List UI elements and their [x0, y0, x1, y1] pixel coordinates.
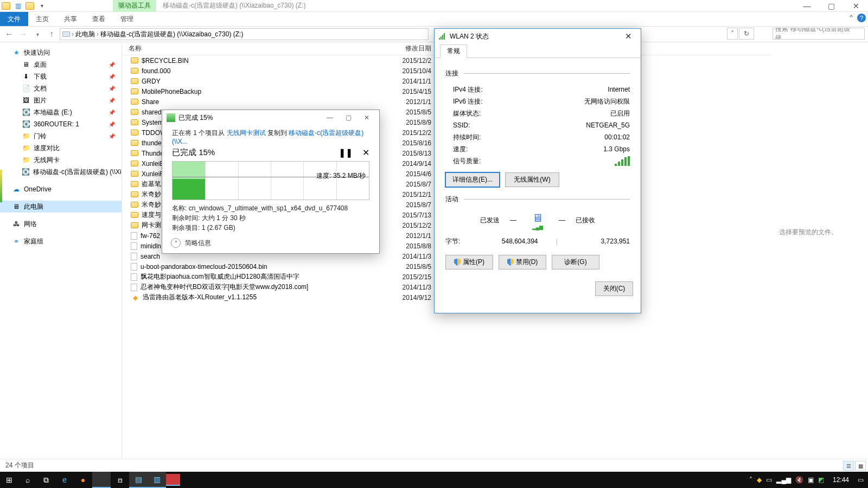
tray-chevron-icon[interactable]: ˄: [749, 476, 752, 484]
contextual-tab-drive-tools[interactable]: 驱动器工具: [113, 0, 156, 12]
tray-app-icon[interactable]: ◆: [757, 476, 762, 484]
copy-from-link[interactable]: 无线网卡测试: [227, 129, 266, 137]
sidebar-item[interactable]: 💽本地磁盘 (E:)📌: [0, 106, 122, 118]
addr-history-dropdown[interactable]: ˅: [727, 28, 738, 40]
file-row[interactable]: 飘花电影piaohua.com智取威虎山HD1280高清国语中字2015/2/1…: [122, 272, 437, 282]
crumb-drive[interactable]: 移动磁盘-c(迅雷超级硬盘) (\\Xiazaibao_c730) (Z:): [100, 30, 243, 39]
diagnose-button[interactable]: 诊断(G): [552, 255, 599, 269]
view-icons-button[interactable]: ▦: [855, 461, 866, 471]
forward-button[interactable]: →: [17, 28, 29, 40]
sidebar-quick-access[interactable]: ★快速访问: [0, 47, 122, 59]
file-row[interactable]: $RECYCLE.BIN2015/12/2: [122, 55, 437, 66]
sidebar-item-label: 360ROUTER: 1: [34, 120, 79, 128]
firefox-icon[interactable]: ●: [74, 472, 92, 488]
wifi-icon[interactable]: ▂▄▆: [776, 476, 791, 484]
app-icon-1[interactable]: ▤: [129, 472, 148, 488]
start-button[interactable]: ⊞: [0, 472, 18, 488]
back-button[interactable]: ←: [3, 28, 15, 40]
crumb-thispc[interactable]: 此电脑: [75, 30, 95, 39]
file-name: 迅雷路由器老版本-XLRouter_v1.1.1255: [143, 293, 257, 302]
refresh-button[interactable]: ↻: [739, 28, 754, 40]
sidebar-homegroup[interactable]: ⚭家庭组: [0, 235, 122, 247]
folder-icon: [131, 109, 138, 115]
search-input[interactable]: 搜索"移动磁盘-c(迅雷超级硬...: [773, 28, 865, 40]
sidebar-item[interactable]: ⬇下载📌: [0, 70, 122, 82]
copy-close-button[interactable]: ✕: [359, 112, 375, 124]
folder-icon: [131, 78, 138, 84]
signal-bars-icon: [615, 156, 630, 166]
folder-icon: [131, 68, 138, 74]
file-date: 2014/11/1: [403, 78, 431, 85]
wireless-properties-button[interactable]: 无线属性(W): [505, 172, 559, 187]
tab-home[interactable]: 主页: [28, 12, 56, 26]
action-center-icon[interactable]: ▭: [858, 476, 864, 484]
close-dialog-button[interactable]: 关闭(C): [595, 281, 633, 296]
recv-label: 已接收: [576, 216, 630, 225]
tab-file[interactable]: 文件: [0, 12, 28, 26]
properties-button[interactable]: 属性(P): [445, 255, 493, 269]
breadcrumb[interactable]: › 此电脑 › 移动磁盘-c(迅雷超级硬盘) (\\Xiazaibao_c730…: [60, 28, 429, 40]
tab-view[interactable]: 查看: [85, 12, 113, 26]
qat-dropdown-icon[interactable]: ▾: [36, 0, 48, 12]
ribbon-tabs: 文件 主页 共享 查看 管理: [0, 12, 868, 26]
file-icon: [131, 284, 137, 291]
sidebar-onedrive[interactable]: ☁OneDrive: [0, 183, 122, 195]
file-row[interactable]: MobilePhoneBackup2015/4/15: [122, 86, 437, 97]
details-button[interactable]: 详细信息(E)...: [445, 172, 500, 187]
edge-icon[interactable]: e: [55, 472, 74, 488]
clock[interactable]: 12:44: [828, 476, 853, 484]
file-row[interactable]: ◆迅雷路由器老版本-XLRouter_v1.1.12552014/9/12: [122, 292, 437, 303]
task-view-icon[interactable]: ⧉: [37, 472, 55, 488]
fewer-details-button[interactable]: ˄ 简略信息: [171, 238, 211, 248]
sidebar-item[interactable]: 💽移动磁盘-c(迅雷超级硬盘) (\\Xiaza: [0, 166, 122, 178]
view-details-button[interactable]: ☰: [843, 461, 854, 471]
volume-icon[interactable]: 🔇: [795, 476, 803, 484]
tab-manage[interactable]: 管理: [113, 12, 141, 26]
app-icon-3[interactable]: [166, 474, 180, 486]
app-icon-2[interactable]: ▥: [148, 472, 166, 488]
copy-minimize-button[interactable]: —: [322, 112, 338, 124]
column-name[interactable]: 名称: [122, 44, 399, 53]
qat-props-icon[interactable]: ▥: [12, 0, 24, 12]
file-row[interactable]: found.0002015/10/4: [122, 66, 437, 76]
file-row[interactable]: 忍者神龟变种时代BD双语双字[电影天堂www.dy2018.com]2014/1…: [122, 282, 437, 292]
tab-share[interactable]: 共享: [56, 12, 85, 26]
cancel-copy-button[interactable]: ✕: [362, 147, 369, 158]
search-icon[interactable]: ⌕: [18, 472, 37, 488]
wlan-close-button[interactable]: ✕: [620, 31, 636, 41]
close-button[interactable]: ✕: [844, 0, 868, 12]
file-date: 2015/8/8: [406, 242, 431, 250]
file-icon: [131, 273, 137, 281]
minimize-button[interactable]: —: [795, 0, 819, 12]
tray-misc-icon[interactable]: ◩: [818, 476, 824, 484]
sidebar-network[interactable]: 🖧网络: [0, 218, 122, 230]
wlan-status-dialog: WLAN 2 状态 ✕ 常规 连接 IPv4 连接:Internet IPv6 …: [434, 28, 641, 313]
sidebar-item[interactable]: 📁门铃📌: [0, 130, 122, 142]
tab-general[interactable]: 常规: [440, 44, 467, 58]
explorer-taskbar-icon[interactable]: [92, 472, 111, 488]
pause-button[interactable]: ❚❚: [339, 147, 353, 158]
sidebar-item[interactable]: 📁无线网卡: [0, 154, 122, 166]
ime-icon[interactable]: ▣: [808, 476, 814, 484]
file-row[interactable]: u-boot-pandorabox-timecloud-20150604.bin…: [122, 261, 437, 272]
copy-maximize-button[interactable]: ▢: [340, 112, 356, 124]
battery-icon[interactable]: ▭: [766, 476, 772, 484]
ssid-label: SSID:: [453, 121, 470, 129]
recent-dropdown-icon[interactable]: ▾: [31, 28, 43, 40]
sidebar-item[interactable]: 🖥桌面📌: [0, 59, 122, 70]
sidebar-item[interactable]: 📁速度对比: [0, 142, 122, 154]
cloud-icon: ☁: [12, 185, 21, 194]
sidebar-item[interactable]: 📄文档📌: [0, 82, 122, 94]
maximize-button[interactable]: ▢: [819, 0, 844, 12]
sidebar-item[interactable]: 🖼图片📌: [0, 94, 122, 106]
file-name: 米奇妙: [142, 200, 161, 209]
store-icon[interactable]: ⧈: [111, 472, 129, 488]
disable-button[interactable]: 禁用(D): [499, 255, 546, 269]
sidebar-thispc[interactable]: 🖥此电脑: [0, 201, 122, 213]
sidebar-item[interactable]: 💽360ROUTER: 1📌: [0, 118, 122, 130]
file-row[interactable]: Share2012/1/1: [122, 97, 437, 107]
help-icon[interactable]: ?: [857, 14, 866, 22]
file-row[interactable]: GRDY2014/11/1: [122, 76, 437, 86]
up-button[interactable]: ↑: [46, 28, 58, 40]
ribbon-collapse-icon[interactable]: ^: [850, 14, 853, 22]
